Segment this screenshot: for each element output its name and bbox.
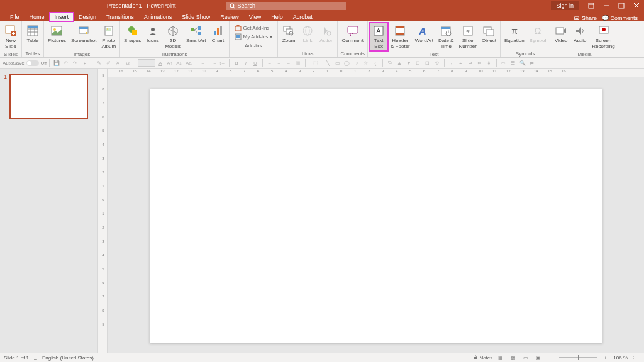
font-color-icon[interactable]: A	[156, 58, 165, 67]
slide-canvas-area[interactable]	[108, 77, 644, 353]
shapes-button[interactable]: Shapes	[121, 23, 143, 51]
star-shape-icon[interactable]: ☆	[362, 58, 370, 67]
save-icon[interactable]: 💾	[52, 58, 61, 67]
start-slideshow-icon[interactable]: ▸	[80, 58, 89, 67]
align-bottom-icon[interactable]: ⫡	[466, 58, 475, 67]
replace-icon[interactable]: ⇄	[528, 58, 536, 67]
bold-icon[interactable]: B	[232, 58, 241, 67]
distribute-h-icon[interactable]: ⇔	[475, 58, 484, 67]
search-box[interactable]: Search	[226, 2, 346, 10]
normal-view-icon[interactable]: ▦	[496, 354, 505, 361]
bullets-icon[interactable]: ≡	[199, 58, 208, 67]
tab-view[interactable]: View	[244, 13, 266, 21]
distribute-v-icon[interactable]: ⇕	[485, 58, 494, 67]
audio-button[interactable]: Audio	[570, 23, 589, 51]
ribbon-display-button[interactable]	[584, 0, 599, 11]
arrange-icon[interactable]: ⧉	[386, 58, 394, 67]
zoom-in-button[interactable]: +	[601, 354, 609, 361]
zoom-slider[interactable]	[559, 357, 597, 358]
columns-icon[interactable]: ▥	[294, 58, 303, 67]
textbox-icon[interactable]: ⬚	[308, 58, 323, 67]
undo-icon[interactable]: ↶	[62, 58, 70, 67]
fit-to-window-icon[interactable]: ⛶	[631, 354, 640, 361]
photo-album-button[interactable]: Photo Album	[99, 23, 118, 51]
eyedropper-icon[interactable]: ✐	[104, 58, 113, 67]
date-time-button[interactable]: Date & Time	[436, 23, 456, 51]
slide-canvas[interactable]	[150, 89, 602, 343]
zoom-level[interactable]: 106 %	[613, 355, 628, 361]
zoom-out-button[interactable]: −	[547, 354, 555, 361]
send-backward-icon[interactable]: ▼	[404, 58, 413, 67]
close-button[interactable]	[629, 0, 644, 11]
clear-icon[interactable]: ✕	[114, 58, 123, 67]
icons-button[interactable]: Icons	[143, 23, 162, 51]
italic-icon[interactable]: I	[242, 58, 250, 67]
brace-shape-icon[interactable]: {	[371, 58, 380, 67]
tab-insert[interactable]: Insert	[50, 13, 74, 21]
comment-button[interactable]: Comment	[339, 23, 366, 50]
notes-button[interactable]: ≙ Notes	[474, 355, 492, 361]
maximize-button[interactable]	[614, 0, 629, 11]
3d-models-button[interactable]: 3D Models	[162, 23, 184, 51]
minimize-button[interactable]	[599, 0, 614, 11]
align-middle-icon[interactable]: ⫠	[457, 58, 465, 67]
my-addins-button[interactable]: My Add-ins ▾	[233, 33, 274, 41]
arrow-shape-icon[interactable]: ➔	[352, 58, 361, 67]
selection-pane-icon[interactable]: ☰	[509, 58, 518, 67]
decrease-font-icon[interactable]: A↓	[175, 58, 184, 67]
find-icon[interactable]: 🔍	[518, 58, 527, 67]
group-icon[interactable]: ⊡	[423, 58, 432, 67]
tab-acrobat[interactable]: Acrobat	[288, 13, 318, 21]
numbering-icon[interactable]: ⋮≡	[208, 58, 217, 67]
zoom-button[interactable]: Zoom	[279, 23, 298, 50]
align-left-icon[interactable]: ≡	[265, 58, 274, 67]
new-slide-button[interactable]: New Slide	[1, 23, 20, 51]
slide-indicator[interactable]: Slide 1 of 1	[4, 355, 29, 361]
redo-icon[interactable]: ↷	[71, 58, 80, 67]
tab-slideshow[interactable]: Slide Show	[177, 13, 215, 21]
increase-font-icon[interactable]: A↑	[165, 58, 174, 67]
format-painter-icon[interactable]: ✎	[95, 58, 104, 67]
comments-button[interactable]: 💬 Comments	[602, 15, 638, 21]
video-button[interactable]: Video	[552, 23, 570, 51]
slide-number-button[interactable]: #Slide Number	[456, 23, 479, 51]
wordart-button[interactable]: AWordArt	[413, 23, 436, 51]
align-right-icon[interactable]: ≡	[284, 58, 293, 67]
get-addins-button[interactable]: Get Add-ins	[233, 24, 274, 32]
sorter-view-icon[interactable]: ▩	[509, 354, 518, 361]
spellcheck-icon[interactable]: ⎵	[34, 355, 37, 361]
autosave-toggle[interactable]	[26, 60, 39, 66]
line-spacing-icon[interactable]: ↕≡	[218, 58, 226, 67]
shape-fill-dropdown[interactable]	[138, 59, 155, 67]
slide-thumbnails-panel[interactable]: 1	[0, 69, 97, 353]
screenshot-button[interactable]: Screenshot	[69, 23, 99, 51]
tab-review[interactable]: Review	[215, 13, 244, 21]
rotate-icon[interactable]: ⟲	[433, 58, 441, 67]
chart-button[interactable]: Chart	[209, 23, 228, 51]
line-shape-icon[interactable]: ╲	[324, 58, 333, 67]
language-indicator[interactable]: English (United States)	[42, 355, 94, 361]
tab-animations[interactable]: Animations	[139, 13, 177, 21]
screen-recording-button[interactable]: Screen Recording	[589, 23, 617, 51]
table-button[interactable]: Table	[23, 23, 42, 50]
slideshow-view-icon[interactable]: ▣	[534, 354, 543, 361]
slide-thumbnail-1[interactable]	[9, 74, 88, 119]
tab-transitions[interactable]: Transitions	[101, 13, 139, 21]
equation-button[interactable]: πEquation	[502, 23, 527, 50]
rect-shape-icon[interactable]: ▭	[333, 58, 342, 67]
bring-forward-icon[interactable]: ▲	[395, 58, 404, 67]
ink-icon[interactable]: Ω	[123, 58, 132, 67]
text-box-button[interactable]: AText Box	[369, 23, 388, 51]
reading-view-icon[interactable]: ▭	[521, 354, 530, 361]
pictures-button[interactable]: Pictures	[45, 23, 69, 51]
sign-in-button[interactable]: Sign in	[551, 1, 579, 10]
oval-shape-icon[interactable]: ◯	[343, 58, 352, 67]
tab-design[interactable]: Design	[74, 13, 101, 21]
header-footer-button[interactable]: Header & Footer	[388, 23, 413, 51]
share-button[interactable]: 🖂 Share	[574, 15, 597, 21]
change-case-icon[interactable]: Aa	[184, 58, 193, 67]
crop-icon[interactable]: ✂	[499, 58, 508, 67]
align-center-icon[interactable]: ≡	[275, 58, 284, 67]
underline-icon[interactable]: U	[251, 58, 260, 67]
align-top-icon[interactable]: ⫟	[447, 58, 456, 67]
